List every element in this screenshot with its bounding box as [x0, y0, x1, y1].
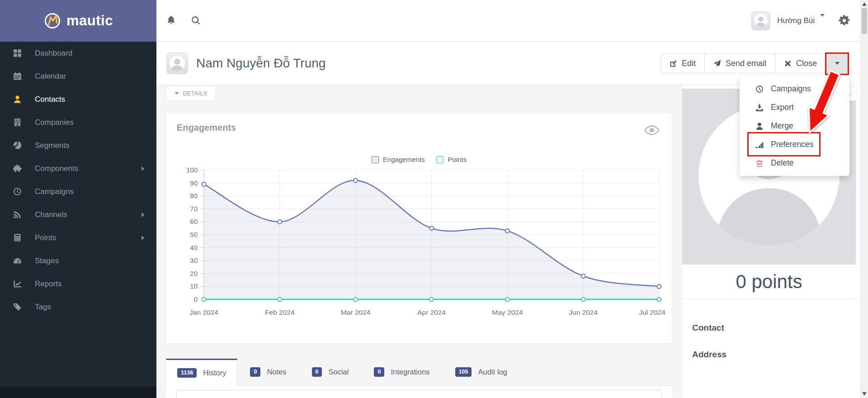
eye-icon[interactable]: [644, 124, 660, 138]
menu-item-icon: [755, 104, 764, 112]
menu-item-icon: [755, 122, 764, 130]
menu-item-icon: [755, 141, 764, 149]
menu-item-delete[interactable]: Delete: [740, 154, 849, 172]
sidebar-item-label: Segments: [35, 141, 70, 150]
action-button-send-email[interactable]: Send email: [705, 54, 775, 73]
sidebar-item-segments[interactable]: Segments: [0, 134, 156, 157]
contact-action-buttons: Edit Send email Close: [660, 53, 849, 73]
menu-item-export[interactable]: Export: [740, 98, 849, 117]
mautic-logo[interactable]: mautic: [0, 0, 156, 42]
sidebar-item-icon: [13, 118, 22, 127]
caret-down-icon: [175, 92, 179, 95]
sidebar-item-label: Calendar: [35, 72, 66, 81]
svg-text:Jun 2024: Jun 2024: [569, 308, 598, 316]
menu-item-label: Campaigns: [771, 84, 811, 94]
tab-audit-log[interactable]: 105 Audit log: [443, 359, 520, 385]
action-button-edit[interactable]: Edit: [661, 54, 705, 73]
sidebar-item-channels[interactable]: Channels: [0, 203, 156, 226]
menu-item-label: Merge: [771, 121, 793, 131]
page-scrollbar[interactable]: [860, 0, 868, 398]
svg-text:May 2024: May 2024: [492, 308, 523, 316]
search-icon[interactable]: [190, 15, 202, 26]
button-label: Edit: [682, 59, 696, 68]
contact-section-heading: Contact: [692, 323, 724, 333]
sidebar-item-dashboard[interactable]: Dashboard: [0, 42, 156, 65]
sidebar-item-label: Companies: [35, 118, 74, 127]
user-name[interactable]: Hường Bùi: [777, 16, 815, 25]
legend-item-points[interactable]: Points: [436, 156, 467, 163]
sidebar-item-icon: [13, 141, 22, 150]
tab-integrations[interactable]: 0 Integrations: [361, 359, 442, 385]
details-label: DETAILS: [183, 90, 208, 97]
sidebar: mautic Dashboard Calendar Contacts Compa…: [0, 0, 156, 398]
scroll-up-arrow-icon[interactable]: [862, 2, 867, 6]
sidebar-item-icon: [13, 95, 22, 104]
tab-count-badge: 0: [250, 367, 260, 377]
sidebar-item-label: Contacts: [35, 95, 65, 104]
sidebar-nav: Dashboard Calendar Contacts Companies Se…: [0, 42, 156, 318]
sidebar-item-icon: [13, 72, 22, 81]
more-actions-dropdown: Campaigns Export Merge Preferences Delet…: [740, 76, 849, 176]
legend-label: Engagements: [383, 156, 425, 163]
sidebar-item-label: Campaigns: [35, 187, 74, 196]
menu-item-preferences[interactable]: Preferences: [740, 135, 849, 154]
more-actions-caret-button[interactable]: [826, 54, 849, 73]
svg-text:Jan 2024: Jan 2024: [189, 308, 218, 316]
menu-item-campaigns[interactable]: Campaigns: [740, 80, 849, 98]
scrollbar-thumb[interactable]: [862, 8, 867, 34]
sidebar-item-label: Components: [35, 164, 78, 173]
scroll-down-arrow-icon[interactable]: [862, 392, 867, 396]
sidebar-item-contacts[interactable]: Contacts: [0, 88, 156, 111]
sidebar-item-label: Stages: [35, 256, 59, 265]
svg-text:20: 20: [190, 270, 198, 277]
svg-text:70: 70: [190, 205, 198, 213]
menu-item-icon: [755, 85, 764, 93]
menu-item-merge[interactable]: Merge: [740, 117, 849, 135]
sidebar-item-points[interactable]: Points: [0, 226, 156, 249]
contact-tabs: 1136 History 0 Notes 0 Social 0 Integrat…: [166, 359, 672, 386]
svg-text:10: 10: [190, 282, 198, 290]
sidebar-item-label: Dashboard: [35, 49, 72, 58]
chevron-right-icon: [142, 236, 145, 240]
svg-text:0: 0: [194, 295, 198, 303]
contact-avatar: [166, 52, 188, 74]
notifications-bell-icon[interactable]: [165, 15, 177, 26]
user-menu-caret-icon[interactable]: [820, 17, 825, 25]
sidebar-item-components[interactable]: Components: [0, 157, 156, 180]
action-button-close[interactable]: Close: [775, 54, 826, 73]
tab-count-badge: 1136: [177, 368, 197, 378]
sidebar-item-companies[interactable]: Companies: [0, 111, 156, 134]
button-label: Send email: [726, 59, 766, 68]
contact-name: Nam Nguyễn Đỗ Trung: [196, 56, 326, 71]
legend-item-engagements[interactable]: Engagements: [372, 156, 425, 163]
sidebar-item-calendar[interactable]: Calendar: [0, 65, 156, 88]
topbar-user-area: Hường Bùi: [751, 11, 850, 30]
sidebar-item-stages[interactable]: Stages: [0, 249, 156, 272]
sidebar-collapse-bar[interactable]: [0, 387, 156, 398]
menu-item-label: Export: [771, 103, 794, 112]
sidebar-item-campaigns[interactable]: Campaigns: [0, 180, 156, 203]
user-avatar[interactable]: [751, 11, 770, 30]
sidebar-item-icon: [13, 256, 22, 265]
details-toggle-button[interactable]: DETAILS: [166, 86, 216, 101]
sidebar-item-icon: [13, 187, 22, 196]
settings-gear-icon[interactable]: [838, 14, 850, 27]
button-icon: [670, 60, 677, 67]
sidebar-item-icon: [13, 303, 22, 312]
tab-notes[interactable]: 0 Notes: [237, 359, 299, 385]
sidebar-item-icon: [13, 210, 22, 219]
tab-history[interactable]: 1136 History: [166, 359, 237, 386]
sidebar-item-reports[interactable]: Reports: [0, 272, 156, 295]
sidebar-item-label: Tags: [35, 303, 51, 312]
contact-points: 0 points: [682, 265, 856, 299]
address-section-heading: Address: [692, 350, 726, 360]
tab-count-badge: 0: [374, 367, 384, 377]
tab-label: History: [203, 369, 226, 377]
chart-legend: EngagementsPoints: [166, 156, 672, 163]
button-icon: [784, 60, 792, 67]
divider: [682, 299, 856, 299]
sidebar-item-tags[interactable]: Tags: [0, 295, 156, 318]
tab-social[interactable]: 0 Social: [299, 359, 362, 385]
tab-label: Notes: [267, 368, 286, 376]
tab-count-badge: 105: [455, 367, 472, 377]
